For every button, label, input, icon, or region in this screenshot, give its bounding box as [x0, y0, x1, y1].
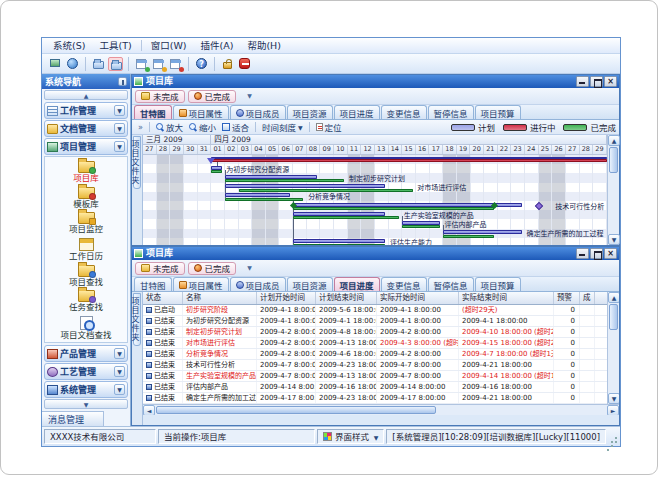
table-row[interactable]: 已结束评估内部产品2009-4-14 8:00:002009-4-16 18:0… — [143, 382, 607, 393]
menu-item[interactable]: 工具(T) — [92, 38, 138, 53]
stop-icon[interactable] — [237, 57, 252, 71]
folder-window-icon[interactable] — [108, 57, 123, 71]
task-bar-plan[interactable] — [443, 230, 521, 234]
tab-项目资源[interactable]: 项目资源 — [287, 277, 333, 291]
sidebar-item-项目监控[interactable]: 项目监控 — [45, 210, 127, 234]
restore-button[interactable] — [590, 248, 603, 259]
table-row[interactable]: 已结束制定初步研究计划2009-4-2 8:00:002009-4-8 18:0… — [143, 327, 607, 338]
project-folder-side-tab[interactable]: 项目文件夹 — [133, 293, 141, 346]
table-row[interactable]: 已结束分析竞争情况2009-4-2 8:00:002009-4-6 18:00:… — [143, 349, 607, 360]
close-button[interactable]: × — [604, 76, 617, 87]
column-header-名称[interactable]: 名称 — [183, 292, 257, 304]
chevron-down-icon[interactable]: ▼ — [114, 384, 125, 395]
gantt-vertical-scrollbar[interactable]: ▲ ▼ — [607, 135, 619, 245]
scroll-track[interactable] — [155, 405, 607, 415]
scroll-up-icon[interactable]: ▲ — [608, 292, 619, 303]
task-bar-done[interactable] — [402, 225, 440, 228]
tab-暂停信息[interactable]: 暂停信息 — [428, 277, 474, 291]
tab-项目进度[interactable]: 项目进度 — [334, 277, 380, 291]
task-bar-done[interactable] — [293, 207, 494, 210]
table-horizontal-scrollbar[interactable]: ◄ ► — [143, 404, 619, 415]
table-row[interactable]: 已结束生产实验室规模的产品2009-4-7 8:00:002009-4-13 1… — [143, 371, 607, 382]
close-button[interactable]: × — [604, 248, 617, 259]
task-bar-plan[interactable] — [225, 184, 385, 188]
filter-button-已完成[interactable]: 已完成 — [188, 262, 237, 275]
task-bar-done[interactable] — [293, 216, 399, 219]
scroll-thumb[interactable] — [609, 304, 618, 330]
minimize-button[interactable] — [576, 248, 589, 259]
task-bar-plan[interactable] — [402, 221, 440, 225]
task-bar-plan[interactable] — [211, 166, 222, 170]
scroll-thumb[interactable] — [609, 147, 618, 173]
tab-甘特图[interactable]: 甘特图 — [134, 277, 172, 291]
column-header-实际开始时间[interactable]: 实际开始时间 — [377, 292, 459, 304]
tab-项目成员[interactable]: 项目成员 — [230, 105, 286, 119]
column-header-计划开始时间[interactable]: 计划开始时间 — [257, 292, 316, 304]
tab-项目资源[interactable]: 项目资源 — [287, 105, 333, 119]
tab-变更信息[interactable]: 变更信息 — [381, 105, 427, 119]
menu-item[interactable]: 系统(S) — [46, 38, 92, 53]
task-bar-done[interactable] — [225, 198, 303, 201]
workspace-icon[interactable] — [48, 57, 63, 71]
summary-bar-progress[interactable] — [211, 159, 607, 162]
sidebar-group-工艺管理[interactable]: 工艺管理▼ — [44, 363, 128, 380]
interface-style-button[interactable]: 界面样式 ▼ — [317, 429, 384, 444]
tab-项目成员[interactable]: 项目成员 — [230, 277, 286, 291]
scroll-down-icon[interactable]: ▼ — [608, 234, 620, 245]
chevron-down-icon[interactable]: ▼ — [114, 141, 125, 152]
doc-props-icon[interactable] — [151, 57, 166, 71]
sidebar-item-模板库[interactable]: 模板库 — [45, 185, 127, 209]
tab-项目属性[interactable]: 项目属性 — [173, 277, 229, 291]
resize-grip-icon[interactable] — [608, 430, 618, 444]
help-icon[interactable]: ? — [194, 57, 209, 71]
sidebar-group-工作管理[interactable]: 工作管理▼ — [44, 102, 128, 119]
task-bar-done[interactable] — [211, 170, 222, 173]
table-row[interactable]: 已启动初步研究阶段2009-4-1 8:00:002009-5-6 18:00:… — [143, 305, 607, 316]
chevron-down-icon[interactable]: ▼ — [114, 123, 125, 134]
menu-item[interactable]: 窗口(W) — [144, 38, 194, 53]
toolbar-overflow-icon[interactable]: » — [138, 123, 143, 132]
scroll-track[interactable] — [608, 146, 619, 234]
project-folder-side-tab[interactable]: 项目文件夹 — [133, 136, 141, 189]
restore-button[interactable] — [590, 76, 603, 87]
column-header-预警[interactable]: 预警 — [554, 292, 580, 304]
column-header-状态[interactable]: 状态 — [143, 292, 183, 304]
scroll-down-icon[interactable]: ▼ — [608, 393, 619, 404]
folder-icon[interactable] — [91, 57, 106, 71]
column-header-实际结束时间[interactable]: 实际结束时间 — [459, 292, 554, 304]
zoom-out-button[interactable]: 缩小 — [186, 121, 219, 134]
tab-项目进度[interactable]: 项目进度 — [334, 105, 380, 119]
scroll-thumb[interactable] — [156, 406, 436, 414]
minimize-button[interactable] — [576, 76, 589, 87]
table-row[interactable]: 已结束确定生产所需的加工过程2009-4-17 8:00:002009-4-23… — [143, 393, 607, 404]
filter-button-未完成[interactable]: 未完成 — [135, 90, 185, 103]
scroll-up-icon[interactable]: ▲ — [608, 135, 620, 146]
task-bar-plan[interactable] — [293, 212, 385, 216]
chevron-down-icon[interactable]: ▼ — [114, 105, 125, 116]
doc-new-icon[interactable] — [134, 57, 149, 71]
message-management-tab[interactable]: 消息管理 — [42, 411, 104, 426]
task-bar-done[interactable] — [239, 189, 413, 192]
pin-icon[interactable] — [118, 77, 127, 86]
sidebar-group-文档管理[interactable]: 文档管理▼ — [44, 120, 128, 137]
chevron-down-icon[interactable]: ▼ — [114, 348, 125, 359]
table-row[interactable]: 已结束技术可行性分析2009-4-7 8:00:002009-4-23 18:0… — [143, 360, 607, 371]
menu-item[interactable]: 帮助(H) — [240, 38, 288, 53]
lock-icon[interactable] — [220, 57, 235, 71]
tab-项目属性[interactable]: 项目属性 — [173, 105, 229, 119]
globe-icon[interactable] — [65, 57, 80, 71]
task-bar-done[interactable] — [225, 179, 344, 182]
task-bar-plan[interactable] — [225, 175, 317, 179]
tab-变更信息[interactable]: 变更信息 — [381, 277, 427, 291]
menu-item[interactable]: 插件(A) — [193, 38, 240, 53]
sidebar-item-项目文档查找[interactable]: 项目文档查找 — [45, 314, 127, 340]
table-vertical-scrollbar[interactable]: ▲ ▼ — [607, 292, 619, 404]
scroll-track[interactable] — [608, 303, 619, 393]
filter-more-icon[interactable]: ▼ — [243, 262, 256, 274]
tab-项目预算[interactable]: 项目预算 — [475, 277, 521, 291]
task-bar-plan[interactable] — [293, 203, 522, 207]
sidebar-item-项目查找[interactable]: 项目查找 — [45, 263, 127, 287]
sidebar-item-任务查找[interactable]: 任务查找 — [45, 288, 127, 312]
sidebar-group-产品管理[interactable]: 产品管理▼ — [44, 345, 128, 362]
table-row[interactable]: 已结束为初步研究分配资源2009-4-1 8:00:002009-4-1 18:… — [143, 316, 607, 327]
